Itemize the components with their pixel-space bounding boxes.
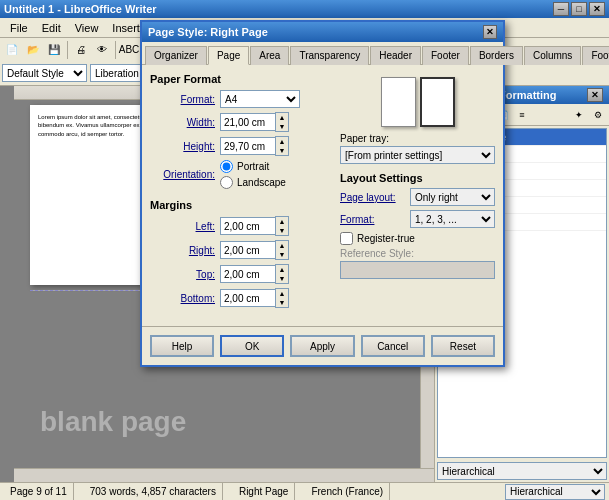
- maximize-button[interactable]: □: [571, 2, 587, 16]
- paper-tray-label: Paper tray:: [340, 133, 495, 144]
- dialog-buttons-bar: Help OK Apply Cancel Reset: [142, 326, 503, 365]
- styles-panel-close[interactable]: ✕: [587, 88, 603, 102]
- layout-format-label[interactable]: Format:: [340, 214, 410, 225]
- print-button[interactable]: 🖨: [71, 40, 91, 60]
- bottom-down-btn[interactable]: ▼: [276, 298, 288, 307]
- paper-tray-section: Paper tray: [From printer settings]: [340, 133, 495, 164]
- styles-new-btn[interactable]: ✦: [570, 106, 588, 124]
- tab-header[interactable]: Header: [370, 46, 421, 65]
- bottom-spinner: ▲ ▼: [220, 288, 289, 308]
- orientation-label: Orientation:: [150, 169, 220, 180]
- tab-organizer[interactable]: Organizer: [145, 46, 207, 65]
- new-button[interactable]: 📄: [2, 40, 22, 60]
- reference-style-input[interactable]: [340, 261, 495, 279]
- right-label[interactable]: Right:: [150, 245, 220, 256]
- apply-button[interactable]: Apply: [290, 335, 354, 357]
- top-input[interactable]: [220, 265, 275, 283]
- height-down-button[interactable]: ▼: [276, 146, 288, 155]
- left-spinner: ▲ ▼: [220, 216, 289, 236]
- portrait-option: Portrait: [220, 160, 286, 173]
- ok-button[interactable]: OK: [220, 335, 284, 357]
- styles-category-select[interactable]: Hierarchical: [437, 462, 607, 480]
- format-label[interactable]: Format:: [150, 94, 220, 105]
- left-down-btn[interactable]: ▼: [276, 226, 288, 235]
- paper-format-section: Paper Format Format: A4 Width:: [150, 73, 332, 189]
- left-label[interactable]: Left:: [150, 221, 220, 232]
- cancel-button[interactable]: Cancel: [361, 335, 425, 357]
- save-button[interactable]: 💾: [44, 40, 64, 60]
- menu-file[interactable]: File: [4, 20, 34, 36]
- help-button[interactable]: Help: [150, 335, 214, 357]
- styles-list-btn[interactable]: ≡: [513, 106, 531, 124]
- right-down-btn[interactable]: ▼: [276, 250, 288, 259]
- paper-tray-select[interactable]: [From printer settings]: [340, 146, 495, 164]
- right-input[interactable]: [220, 241, 275, 259]
- reset-button[interactable]: Reset: [431, 335, 495, 357]
- style-selector[interactable]: Default Style: [2, 64, 87, 82]
- page-preview-area: [340, 77, 495, 127]
- width-label[interactable]: Width:: [150, 117, 220, 128]
- width-up-button[interactable]: ▲: [276, 113, 288, 122]
- tab-columns[interactable]: Columns: [524, 46, 581, 65]
- hierarchical-select[interactable]: Hierarchical: [505, 484, 605, 500]
- landscape-radio[interactable]: [220, 176, 233, 189]
- left-up-btn[interactable]: ▲: [276, 217, 288, 226]
- tab-area[interactable]: Area: [250, 46, 289, 65]
- reference-style-label: Reference Style:: [340, 248, 495, 259]
- styles-bottom: Hierarchical: [435, 460, 609, 482]
- right-spinner-buttons: ▲ ▼: [275, 240, 289, 260]
- height-row: Height: ▲ ▼: [150, 136, 332, 156]
- preview-page-left[interactable]: [381, 77, 416, 127]
- horizontal-scrollbar[interactable]: [14, 468, 434, 482]
- portrait-radio[interactable]: [220, 160, 233, 173]
- right-spinner: ▲ ▼: [220, 240, 289, 260]
- width-input[interactable]: [220, 113, 275, 131]
- minimize-button[interactable]: ─: [553, 2, 569, 16]
- right-margin-row: Right: ▲ ▼: [150, 240, 332, 260]
- format-select[interactable]: A4: [220, 90, 300, 108]
- bottom-margin-row: Bottom: ▲ ▼: [150, 288, 332, 308]
- spellcheck-button[interactable]: ABC: [119, 40, 139, 60]
- styles-settings-btn[interactable]: ⚙: [589, 106, 607, 124]
- bottom-label[interactable]: Bottom:: [150, 293, 220, 304]
- top-down-btn[interactable]: ▼: [276, 274, 288, 283]
- page-layout-label[interactable]: Page layout:: [340, 192, 410, 203]
- orientation-row: Orientation: Portrait Landscape: [150, 160, 332, 189]
- top-margin-row: Top: ▲ ▼: [150, 264, 332, 284]
- height-label[interactable]: Height:: [150, 141, 220, 152]
- language-info[interactable]: French (France): [305, 483, 390, 500]
- layout-format-select[interactable]: 1, 2, 3, ...: [410, 210, 495, 228]
- close-button[interactable]: ✕: [589, 2, 605, 16]
- page-info[interactable]: Page 9 of 11: [4, 483, 74, 500]
- top-spinner-buttons: ▲ ▼: [275, 264, 289, 284]
- width-down-button[interactable]: ▼: [276, 122, 288, 131]
- height-up-button[interactable]: ▲: [276, 137, 288, 146]
- preview-button[interactable]: 👁: [92, 40, 112, 60]
- menu-view[interactable]: View: [69, 20, 105, 36]
- left-input[interactable]: [220, 217, 275, 235]
- preview-page-right[interactable]: [420, 77, 455, 127]
- page-layout-select[interactable]: Only right: [410, 188, 495, 206]
- menu-edit[interactable]: Edit: [36, 20, 67, 36]
- tab-footnote[interactable]: Footnote: [582, 46, 609, 65]
- bottom-up-btn[interactable]: ▲: [276, 289, 288, 298]
- right-up-btn[interactable]: ▲: [276, 241, 288, 250]
- bottom-input[interactable]: [220, 289, 275, 307]
- tab-transparency[interactable]: Transparency: [290, 46, 369, 65]
- title-bar: Untitled 1 - LibreOffice Writer ─ □ ✕: [0, 0, 609, 18]
- tab-page[interactable]: Page: [208, 46, 249, 65]
- width-spinner-buttons: ▲ ▼: [275, 112, 289, 132]
- portrait-label: Portrait: [237, 161, 269, 172]
- dialog-close-button[interactable]: ✕: [483, 25, 497, 39]
- orientation-radio-group: Portrait Landscape: [220, 160, 286, 189]
- paper-format-title: Paper Format: [150, 73, 332, 85]
- open-button[interactable]: 📂: [23, 40, 43, 60]
- height-input[interactable]: [220, 137, 275, 155]
- register-true-checkbox[interactable]: [340, 232, 353, 245]
- tab-footer[interactable]: Footer: [422, 46, 469, 65]
- format-row: Format: A4: [150, 90, 332, 108]
- dialog-title-text: Page Style: Right Page: [148, 26, 268, 38]
- tab-borders[interactable]: Borders: [470, 46, 523, 65]
- top-up-btn[interactable]: ▲: [276, 265, 288, 274]
- top-label[interactable]: Top:: [150, 269, 220, 280]
